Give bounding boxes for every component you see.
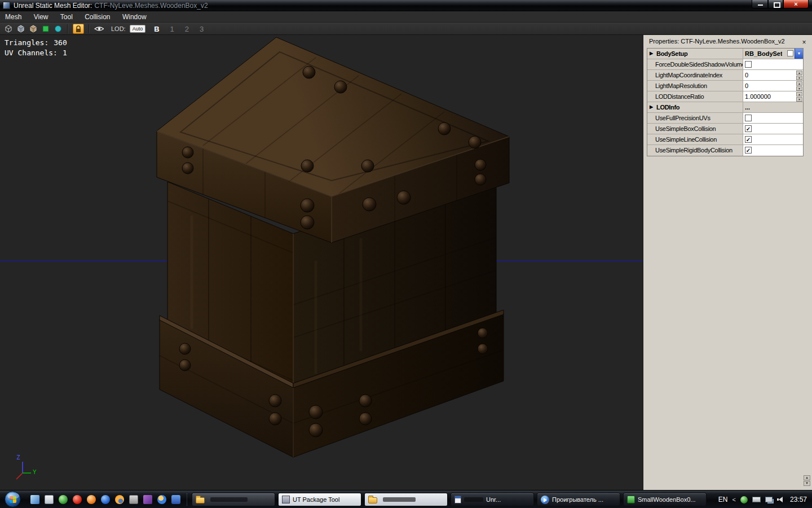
- spinner[interactable]: ▲▼: [796, 92, 802, 102]
- spinner[interactable]: ▲▼: [796, 71, 802, 80]
- clock[interactable]: 23:57: [790, 496, 807, 503]
- spin-up-icon[interactable]: ▲: [796, 92, 802, 97]
- toolbar-separator: [67, 24, 68, 33]
- tray-volume-icon[interactable]: [777, 496, 784, 503]
- close-icon: ×: [784, 0, 808, 8]
- textured-cube-icon[interactable]: [28, 24, 38, 34]
- titlebar: Unreal Static Mesh Editor:CTF-NyLeve.Mes…: [0, 0, 812, 11]
- spin-down-icon[interactable]: ▼: [796, 86, 802, 91]
- checkbox[interactable]: ✓: [745, 147, 752, 154]
- menu-window[interactable]: Window: [117, 11, 152, 23]
- window-switcher-icon[interactable]: [45, 495, 54, 504]
- package-icon: [282, 496, 290, 503]
- green-square-icon[interactable]: [41, 24, 50, 34]
- task-buttons: UT Package Tool Unr... Проигрыватель ...…: [192, 493, 707, 506]
- window-title: Unreal Static Mesh Editor:CTF-NyLeve.Mes…: [14, 2, 208, 10]
- checkbox[interactable]: ✓: [745, 125, 752, 132]
- spin-down-icon[interactable]: ▼: [796, 76, 802, 80]
- property-row-usesimplelinecollision[interactable]: UseSimpleLineCollision ✓: [647, 134, 803, 145]
- uv-channels-value: 1: [63, 49, 67, 57]
- expander-icon[interactable]: ▶: [650, 49, 653, 59]
- scroll-up-icon[interactable]: ▲: [804, 475, 810, 480]
- viewport-3d-scene[interactable]: [0, 35, 643, 490]
- property-row-bodysetup[interactable]: ▶BodySetup RB_BodySetup▼: [647, 49, 803, 59]
- menu-tool[interactable]: Tool: [55, 11, 78, 23]
- taskbar-window-3[interactable]: [364, 493, 448, 506]
- folder-icon: [196, 497, 205, 503]
- menu-mesh[interactable]: Mesh: [0, 11, 27, 23]
- scroll-down-icon[interactable]: ▼: [804, 481, 810, 486]
- app-icon[interactable]: [3, 2, 10, 9]
- red-app-icon[interactable]: [73, 495, 82, 504]
- taskbar: UT Package Tool Unr... Проигрыватель ...…: [0, 490, 812, 508]
- language-indicator[interactable]: EN: [718, 496, 728, 503]
- property-row-forcedoublesidedshadowvolume[interactable]: ForceDoubleSidedShadowVolume: [647, 59, 803, 70]
- lod-3-button[interactable]: 3: [200, 25, 204, 33]
- green-file-icon: [627, 496, 635, 503]
- bodysetup-dropdown-button[interactable]: ▼: [795, 49, 803, 59]
- maximize-button[interactable]: [768, 0, 783, 8]
- teal-sphere-icon[interactable]: [53, 24, 63, 34]
- lock-icon[interactable]: [73, 24, 84, 34]
- spinner[interactable]: ▲▼: [796, 81, 802, 91]
- tray-expand-icon[interactable]: <: [732, 496, 736, 503]
- property-label: LightMapResolution: [647, 81, 743, 91]
- property-row-usesimpleboxcollision[interactable]: UseSimpleBoxCollision ✓: [647, 124, 803, 134]
- spin-up-icon[interactable]: ▲: [796, 71, 802, 75]
- blue-app-icon[interactable]: [171, 495, 180, 504]
- bodysetup-edit-box[interactable]: [787, 50, 793, 56]
- minimize-button[interactable]: [752, 0, 768, 8]
- property-value[interactable]: 0: [745, 82, 748, 89]
- gray-app-icon[interactable]: [129, 495, 138, 504]
- eye-icon[interactable]: [94, 24, 104, 34]
- property-row-lodinfo[interactable]: ▶LODInfo ...: [647, 102, 803, 113]
- panel-scrollbar-arrows[interactable]: ▲ ▼: [804, 475, 810, 486]
- shaded-cube-icon[interactable]: [16, 24, 25, 34]
- property-value[interactable]: 0: [745, 72, 748, 78]
- taskbar-window-1[interactable]: [192, 493, 275, 506]
- lod-2-button[interactable]: 2: [185, 25, 189, 33]
- show-desktop-icon[interactable]: [30, 495, 39, 504]
- tray-status-icon[interactable]: [740, 496, 748, 503]
- viewport-3d[interactable]: Triangles:360 UV Channels:1: [0, 35, 643, 490]
- tray-network-icon[interactable]: [765, 497, 773, 502]
- media-app-icon[interactable]: [157, 495, 166, 504]
- start-button[interactable]: [5, 491, 21, 507]
- property-row-lightmapresolution[interactable]: LightMapResolution 0 ▲▼: [647, 81, 803, 91]
- taskbar-window-smallwoodenbox[interactable]: SmallWoodenBox0...: [623, 493, 707, 506]
- property-value[interactable]: 1.000000: [745, 93, 771, 100]
- lod-1-button[interactable]: 1: [170, 25, 174, 33]
- browser-icon[interactable]: [101, 495, 110, 504]
- bodysetup-value[interactable]: RB_BodySetup: [745, 49, 782, 59]
- green-app-icon[interactable]: [59, 495, 68, 504]
- property-row-usesimplerigidbodycollision[interactable]: UseSimpleRigidBodyCollision ✓: [647, 145, 803, 156]
- property-row-usefullprecisionuvs[interactable]: UseFullPrecisionUVs: [647, 113, 803, 124]
- taskbar-window-player[interactable]: Проигрыватель ...: [537, 493, 620, 506]
- close-button[interactable]: ×: [783, 0, 809, 8]
- orange-app-icon[interactable]: [87, 495, 96, 504]
- firefox-icon[interactable]: [115, 495, 124, 504]
- tray-keyboard-icon[interactable]: [752, 497, 761, 502]
- panel-close-icon[interactable]: ×: [800, 36, 808, 45]
- property-row-loddistanceratio[interactable]: LODDistanceRatio 1.000000 ▲▼: [647, 91, 803, 102]
- expander-icon[interactable]: ▶: [650, 102, 653, 112]
- purple-app-icon[interactable]: [143, 495, 152, 504]
- lod-auto-button[interactable]: Auto: [130, 25, 146, 33]
- lod-base-button[interactable]: B: [154, 25, 159, 33]
- spin-up-icon[interactable]: ▲: [796, 81, 802, 86]
- menu-view[interactable]: View: [29, 11, 54, 23]
- property-label: UseSimpleBoxCollision: [647, 124, 743, 134]
- taskbar-window-ut-package-tool[interactable]: UT Package Tool: [278, 493, 361, 506]
- checkbox[interactable]: ✓: [745, 136, 752, 143]
- checkbox[interactable]: [745, 61, 752, 68]
- spin-down-icon[interactable]: ▼: [796, 97, 802, 102]
- taskbar-window-unreal[interactable]: Unr...: [451, 493, 534, 506]
- property-label: ForceDoubleSidedShadowVolume: [647, 59, 743, 69]
- property-row-lightmapcoordinateindex[interactable]: LightMapCoordinateIndex 0 ▲▼: [647, 70, 803, 81]
- axis-z-label: Z: [16, 454, 20, 461]
- wire-cube-icon[interactable]: [3, 24, 13, 34]
- wooden-box-mesh: [157, 37, 509, 457]
- menu-collision[interactable]: Collision: [80, 11, 115, 23]
- checkbox[interactable]: [745, 115, 752, 121]
- toolbar-separator: [89, 24, 90, 33]
